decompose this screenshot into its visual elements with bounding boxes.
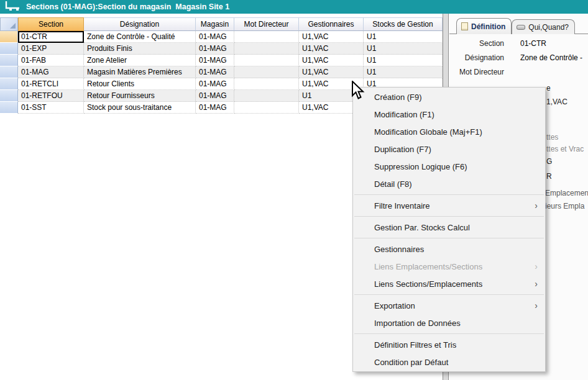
menu-item-duplication[interactable]: Duplication (F7) xyxy=(353,140,545,158)
tab-definition[interactable]: Définition xyxy=(456,18,512,34)
column-header-designation[interactable]: Désignation xyxy=(84,17,196,31)
table-row: 01-EXP Produits Finis 01-MAG U1,VAC U1 xyxy=(0,43,443,55)
occluded-text-fragment: ttes xyxy=(546,133,558,142)
cell-designation[interactable]: Zone Atelier xyxy=(84,55,196,66)
row-selector[interactable] xyxy=(0,55,18,66)
menu-item-modification[interactable]: Modification (F1) xyxy=(353,106,545,123)
tab-qui-quand-label: Qui,Quand? xyxy=(528,23,569,32)
cell-designation[interactable]: Zone de Contrôle - Qualité xyxy=(84,31,196,43)
cell-section[interactable]: 01-RETCLI xyxy=(18,78,84,90)
table-row: 01-MAG Magasin Matières Premières 01-MAG… xyxy=(0,66,443,78)
cell-gestionnaires[interactable]: U1,VAC xyxy=(299,43,364,55)
field-designation: Désignation Zone de Contrôle - xyxy=(449,50,588,65)
cell-magasin[interactable]: 01-MAG xyxy=(196,78,234,90)
cell-magasin[interactable]: 01-MAG xyxy=(196,102,234,114)
submenu-arrow-icon: › xyxy=(535,261,538,271)
menu-item-detail[interactable]: Détail (F8) xyxy=(353,175,545,192)
corner-triangle-icon xyxy=(10,23,16,29)
cell-mot-directeur[interactable] xyxy=(234,90,299,102)
cell-designation[interactable]: Retour Fournisseurs xyxy=(84,90,196,102)
row-selector[interactable] xyxy=(0,90,18,102)
window-title: Sections (01-MAG):Section du magasin Mag… xyxy=(26,2,229,11)
menu-separator xyxy=(354,194,544,195)
column-header-gestionnaires[interactable]: Gestionnaires xyxy=(299,17,364,31)
menu-item-gestionnaires[interactable]: Gestionnaires xyxy=(353,240,545,258)
field-section: Section 01-CTR xyxy=(449,36,588,50)
row-selector[interactable] xyxy=(0,66,18,78)
cell-designation[interactable]: Produits Finis xyxy=(84,43,196,55)
cell-stocks-de-gestion[interactable]: U1 xyxy=(364,43,443,55)
cell-section[interactable]: 01-SST xyxy=(18,102,84,114)
cell-mot-directeur[interactable] xyxy=(234,55,299,66)
cell-gestionnaires[interactable]: U1,VAC xyxy=(299,31,364,43)
occluded-text-fragment: e xyxy=(546,84,551,93)
field-mot-directeur-label: Mot Directeur xyxy=(449,68,504,76)
cell-section[interactable]: 01-RETFOU xyxy=(18,90,84,102)
menu-item-suppression-logique[interactable]: Suppression Logique (F6) xyxy=(353,158,545,175)
window-title-bar: Sections (01-MAG):Section du magasin Mag… xyxy=(0,0,588,14)
mouse-cursor-icon xyxy=(352,81,365,103)
cell-magasin[interactable]: 01-MAG xyxy=(196,31,234,43)
cell-section[interactable]: 01-EXP xyxy=(18,43,84,55)
menu-item-creation[interactable]: Création (F9) xyxy=(353,88,545,106)
menu-item-liens-emplacements-sections: Liens Emplacements/Sections› xyxy=(353,258,545,275)
select-all-corner[interactable] xyxy=(0,17,18,31)
cell-section[interactable]: 01-FAB xyxy=(18,55,84,66)
menu-item-condition-par-defaut[interactable]: Condition par Défaut xyxy=(353,353,545,371)
cell-designation[interactable]: Retour Clients xyxy=(84,78,196,90)
cell-mot-directeur[interactable] xyxy=(234,66,299,78)
column-header-magasin[interactable]: Magasin xyxy=(196,17,234,31)
cell-mot-directeur[interactable] xyxy=(234,78,299,90)
menu-item-definition-filtres-et-tris[interactable]: Définition Filtres et Tris xyxy=(353,336,545,353)
menu-item-liens-sections-emplacements[interactable]: Liens Sections/Emplacements› xyxy=(353,275,545,292)
context-menu: Création (F9) Modification (F1) Modifica… xyxy=(352,87,546,372)
field-section-value: 01-CTR xyxy=(520,39,546,48)
occluded-text-fragment: ttes et Vrac xyxy=(546,145,584,153)
row-selector[interactable] xyxy=(0,31,18,43)
cell-designation[interactable]: Magasin Matières Premières xyxy=(84,66,196,78)
submenu-arrow-icon: › xyxy=(535,201,538,210)
cell-mot-directeur[interactable] xyxy=(234,43,299,55)
cell-mot-directeur[interactable] xyxy=(234,31,299,43)
cell-gestionnaires[interactable]: U1,VAC xyxy=(299,66,364,78)
cell-magasin[interactable]: 01-MAG xyxy=(196,43,234,55)
row-selector[interactable] xyxy=(0,102,18,114)
cell-gestionnaires[interactable]: U1,VAC xyxy=(299,55,364,66)
note-icon xyxy=(461,22,468,30)
tab-qui-quand[interactable]: Qui,Quand? xyxy=(512,19,575,34)
menu-item-filtre-inventaire[interactable]: Filtre Inventaire› xyxy=(353,197,545,214)
cell-section[interactable]: 01-CTR xyxy=(18,31,84,43)
cell-stocks-de-gestion[interactable]: U1 xyxy=(364,31,443,43)
cell-section[interactable]: 01-MAG xyxy=(18,66,84,78)
cell-designation[interactable]: Stock pour sous-traitance xyxy=(84,102,196,114)
row-selector[interactable] xyxy=(0,78,18,90)
submenu-arrow-icon: › xyxy=(535,279,538,289)
occluded-text-fragment: 1,VAC xyxy=(546,98,567,106)
column-header-stocks-de-gestion[interactable]: Stocks de Gestion xyxy=(364,17,443,31)
column-header-mot-directeur[interactable]: Mot Directeur xyxy=(234,17,299,31)
cell-magasin[interactable]: 01-MAG xyxy=(196,90,234,102)
menu-item-exportation[interactable]: Exportation› xyxy=(353,297,545,314)
occluded-text-fragment: Emplacemen xyxy=(545,189,588,197)
menu-item-gestion-par-stocks-calcul[interactable]: Gestion Par. Stocks Calcul xyxy=(353,219,545,236)
mouse-icon xyxy=(517,25,525,30)
cell-stocks-de-gestion[interactable]: U1 xyxy=(364,66,443,78)
menu-item-importation-de-donnees[interactable]: Importation de Données xyxy=(353,314,545,332)
occluded-text-fragment: G xyxy=(546,158,552,166)
cell-mot-directeur[interactable] xyxy=(234,102,299,114)
table-row: 01-CTR Zone de Contrôle - Qualité 01-MAG… xyxy=(0,31,443,43)
field-section-label: Section xyxy=(449,39,504,48)
definition-fields: Section 01-CTR Désignation Zone de Contr… xyxy=(449,34,588,79)
table-row: 01-FAB Zone Atelier 01-MAG U1,VAC U1 xyxy=(0,55,443,66)
menu-separator xyxy=(354,216,544,217)
cell-magasin[interactable]: 01-MAG xyxy=(196,66,234,78)
occluded-text-fragment: ieurs Empla xyxy=(545,202,584,210)
field-mot-directeur: Mot Directeur xyxy=(449,65,588,79)
cell-stocks-de-gestion[interactable]: U1 xyxy=(364,55,443,66)
hand-truck-icon[interactable] xyxy=(4,1,21,14)
menu-item-modification-globale[interactable]: Modification Globale (Maj+F1) xyxy=(353,123,545,140)
row-selector[interactable] xyxy=(0,43,18,55)
column-header-section[interactable]: Section xyxy=(18,17,84,31)
cell-magasin[interactable]: 01-MAG xyxy=(196,55,234,66)
submenu-arrow-icon: › xyxy=(535,301,538,310)
